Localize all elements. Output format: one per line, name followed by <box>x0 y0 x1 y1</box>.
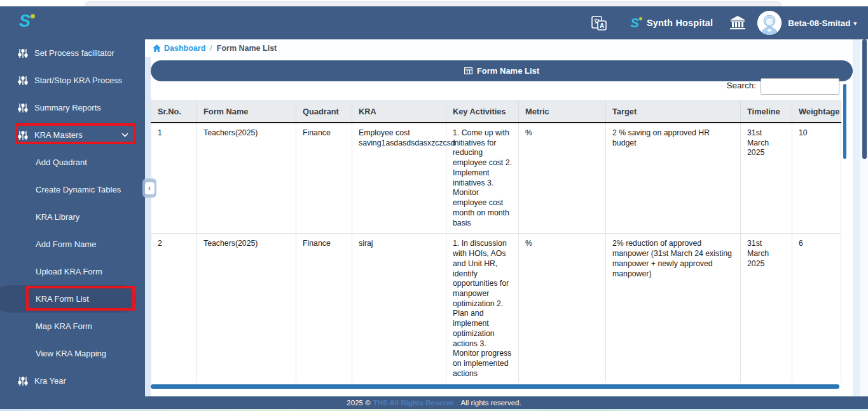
left-gutter <box>145 57 151 396</box>
sidebar-subitem-label: Add Form Name <box>36 239 96 249</box>
breadcrumb-current: Form Name List <box>217 44 277 53</box>
svg-text:A: A <box>599 22 603 29</box>
sidebar-item-label: Summary Reports <box>34 103 101 112</box>
brand-logo[interactable]: S <box>19 11 31 31</box>
cell-metric[interactable]: % <box>519 123 606 234</box>
col-header-key-activities[interactable]: Key Activities <box>446 101 519 123</box>
table-header-row: Sr.No. Form Name Quadrant KRA Key Activi… <box>151 101 841 123</box>
hospital-logo-dot-icon <box>639 17 642 20</box>
sliders-icon <box>18 76 28 86</box>
cell-timeline[interactable]: 31st March 2025 <box>741 234 792 382</box>
table-row: 1 Teachers(2025) Finance Employee cost s… <box>151 123 841 234</box>
sidebar-subitem-label: KRA Form List <box>36 294 89 304</box>
search-input[interactable] <box>761 78 839 95</box>
chevron-down-icon <box>121 133 128 137</box>
footer-prefix: 2025 © <box>347 399 370 407</box>
user-menu[interactable]: Beta-08-Smitad ▾ <box>788 18 857 28</box>
sidebar-subitem-label: Map KRA Form <box>36 321 92 331</box>
cell-form-name: Teachers(2025) <box>197 123 296 234</box>
sidebar-item-set-process-facilitator[interactable]: Set Process facilitator <box>0 39 145 67</box>
translate-icon[interactable]: A <box>591 15 608 32</box>
app-page: S A S Synth Hospital <box>0 0 868 411</box>
browser-top-strip <box>0 0 868 6</box>
sidebar-subitem-label: KRA Library <box>36 212 79 222</box>
user-avatar[interactable] <box>757 11 782 35</box>
sidebar-subitem-add-form-name[interactable]: Add Form Name <box>0 231 145 258</box>
sidebar-subitem-map-kra-form[interactable]: Map KRA Form <box>0 313 145 340</box>
right-gutter <box>853 39 868 396</box>
page-scrollbar-thumb[interactable] <box>862 39 867 159</box>
table-scroll-area[interactable]: Sr.No. Form Name Quadrant KRA Key Activi… <box>151 100 841 382</box>
col-header-quadrant[interactable]: Quadrant <box>296 101 352 123</box>
cell-key-activities[interactable]: 1. In discussion with HOIs, AOs and Unit… <box>446 234 519 382</box>
cell-timeline[interactable]: 31st March 2025 <box>741 123 792 234</box>
panel-title: Form Name List <box>477 66 539 76</box>
sidebar-item-summary-reports[interactable]: Summary Reports <box>0 94 145 121</box>
institution-icon[interactable] <box>729 16 746 30</box>
main-content: Dashboard / Form Name List Form Name Lis… <box>145 39 868 396</box>
sidebar-subitem-kra-form-list[interactable]: KRA Form List <box>0 285 136 313</box>
breadcrumb-separator: / <box>210 44 212 53</box>
brand-letter: S <box>19 11 31 30</box>
cell-form-name: Teachers(2025) <box>197 234 296 382</box>
sidebar-item-kra-masters[interactable]: KRA Masters <box>0 121 145 149</box>
cell-metric[interactable]: % <box>519 234 606 382</box>
breadcrumb: Dashboard / Form Name List <box>153 44 277 53</box>
sidebar-subitem-add-quadrant[interactable]: Add Quadrant <box>0 149 145 176</box>
cell-kra-link[interactable]: siraj <box>352 234 446 382</box>
cell-weightage[interactable]: 10 <box>792 123 841 234</box>
cell-kra-link[interactable]: Employee cost saving1asdasdsdasxzczcsd <box>352 123 446 234</box>
sidebar-collapse-button[interactable]: ‹ <box>142 179 156 198</box>
collapse-chevron-icon: ‹ <box>145 182 155 194</box>
sidebar-subitem-upload-kra-form[interactable]: Upload KRA Form <box>0 258 145 285</box>
home-icon <box>153 44 161 52</box>
col-header-sr-no[interactable]: Sr.No. <box>151 101 197 123</box>
horizontal-scrollbar-thumb[interactable] <box>151 384 839 389</box>
cell-quadrant: Finance <box>296 234 352 382</box>
sidebar-subitem-label: View KRA Mapping <box>36 349 106 358</box>
hospital-name: Synth Hospital <box>647 18 713 28</box>
hospital-logo[interactable]: S <box>631 16 639 30</box>
sidebar-item-label: Kra Year <box>34 376 66 386</box>
table-row: 2 Teachers(2025) Finance siraj 1. In dis… <box>151 234 841 382</box>
footer: 2025 © THS All Rights Reserve . All righ… <box>0 396 868 409</box>
cell-sr-no: 1 <box>151 123 197 234</box>
cell-weightage[interactable]: 6 <box>792 234 841 382</box>
breadcrumb-dashboard-link[interactable]: Dashboard <box>153 44 205 53</box>
sidebar-item-kra-year[interactable]: Kra Year <box>0 367 145 394</box>
footer-suffix: All rights reserved. <box>460 399 521 407</box>
sliders-icon <box>18 103 28 113</box>
sidebar-item-label: Start/Stop KRA Process <box>34 76 122 85</box>
sidebar-subitem-label: Create Dynamic Tables <box>36 185 121 194</box>
sidebar-item-start-stop-kra-process[interactable]: Start/Stop KRA Process <box>0 67 145 94</box>
col-header-form-name[interactable]: Form Name <box>197 101 296 123</box>
table-vertical-scrollbar-thumb[interactable] <box>843 84 846 159</box>
col-header-metric[interactable]: Metric <box>519 101 606 123</box>
sidebar-subitem-view-kra-mapping[interactable]: View KRA Mapping <box>0 340 145 367</box>
sliders-icon <box>18 48 28 58</box>
col-header-weightage[interactable]: Weightage <box>792 101 841 123</box>
cell-target[interactable]: 2 % saving on approved HR budget <box>606 123 741 234</box>
col-header-target[interactable]: Target <box>606 101 741 123</box>
cell-quadrant: Finance <box>296 123 352 234</box>
sliders-icon <box>18 376 28 386</box>
search-label: Search: <box>726 81 756 90</box>
sidebar-item-label: Set Process facilitator <box>34 48 114 58</box>
sidebar-subitem-label: Upload KRA Form <box>36 267 102 276</box>
cell-key-activities[interactable]: 1. Come up with initiatives for reducing… <box>446 123 519 234</box>
cell-sr-no: 2 <box>151 234 197 382</box>
sidebar-subitem-kra-library[interactable]: KRA Library <box>0 203 145 231</box>
col-header-kra[interactable]: KRA <box>352 101 446 123</box>
sidebar-subitem-label: Add Quadrant <box>36 158 87 167</box>
topbar: S A S Synth Hospital <box>0 6 868 39</box>
cell-target[interactable]: 2% reduction of approved manpower (31st … <box>606 234 741 382</box>
hospital-logo-letter: S <box>631 16 639 30</box>
table-grid-icon <box>464 67 472 74</box>
sidebar-subitem-create-dynamic-tables[interactable]: Create Dynamic Tables <box>0 176 145 203</box>
browser-tab-shape <box>85 1 782 6</box>
page-scrollbar-track[interactable] <box>860 39 868 396</box>
form-name-list-table: Sr.No. Form Name Quadrant KRA Key Activi… <box>151 100 841 382</box>
footer-link[interactable]: THS All Rights Reserve . <box>373 399 458 407</box>
sliders-icon <box>18 130 28 140</box>
col-header-timeline[interactable]: Timeline <box>741 101 792 123</box>
